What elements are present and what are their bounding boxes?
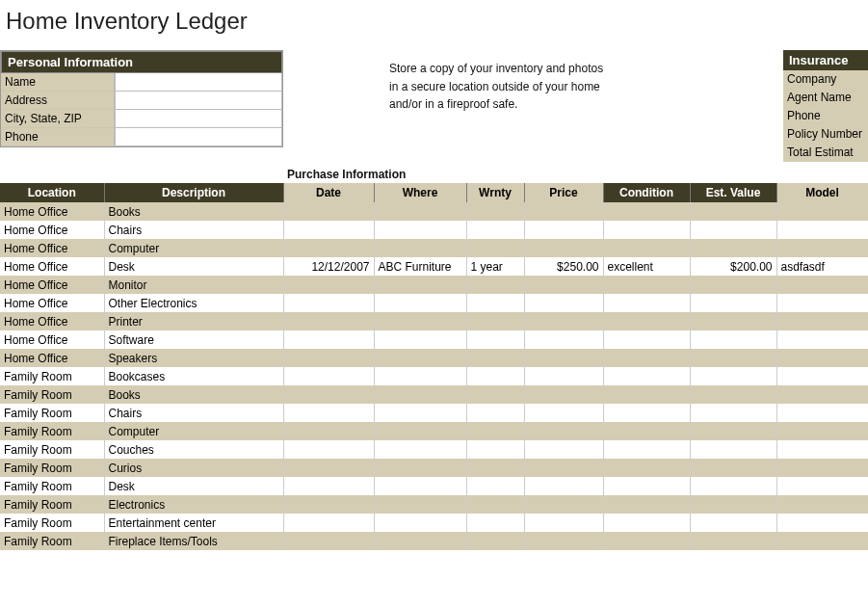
cell-description[interactable]: Fireplace Items/Tools	[104, 532, 283, 550]
cell-date[interactable]	[283, 440, 374, 459]
cell-wrnty[interactable]	[466, 239, 524, 257]
cell-condition[interactable]	[603, 349, 690, 367]
cell-condition[interactable]	[603, 330, 690, 349]
personal-field-name[interactable]	[115, 73, 282, 92]
cell-description[interactable]: Computer	[104, 239, 283, 257]
cell-description[interactable]: Chairs	[104, 404, 283, 422]
cell-where[interactable]	[374, 385, 466, 404]
cell-date[interactable]	[283, 349, 374, 367]
col-header-date[interactable]: Date	[283, 183, 374, 202]
cell-price[interactable]	[524, 532, 603, 550]
cell-estvalue[interactable]	[690, 349, 776, 367]
cell-condition[interactable]	[603, 367, 690, 385]
cell-wrnty[interactable]	[466, 477, 524, 495]
cell-location[interactable]: Family Room	[0, 440, 104, 459]
cell-location[interactable]: Home Office	[0, 202, 104, 221]
cell-estvalue[interactable]	[690, 532, 776, 550]
cell-condition[interactable]	[603, 404, 690, 422]
cell-condition[interactable]	[603, 422, 690, 440]
cell-model[interactable]	[776, 385, 868, 404]
cell-model[interactable]	[776, 422, 868, 440]
cell-where[interactable]	[374, 495, 466, 514]
cell-wrnty[interactable]	[466, 495, 524, 514]
cell-description[interactable]: Curios	[104, 459, 283, 477]
cell-condition[interactable]	[603, 514, 690, 532]
cell-wrnty[interactable]	[466, 349, 524, 367]
cell-where[interactable]: ABC Furniture	[374, 257, 466, 276]
cell-wrnty[interactable]	[466, 367, 524, 385]
personal-field-csz[interactable]	[115, 110, 282, 128]
cell-model[interactable]	[776, 477, 868, 495]
cell-wrnty[interactable]	[466, 202, 524, 221]
cell-price[interactable]	[524, 349, 603, 367]
cell-estvalue[interactable]	[690, 367, 776, 385]
cell-wrnty[interactable]	[466, 312, 524, 330]
cell-date[interactable]	[283, 239, 374, 257]
cell-model[interactable]	[776, 276, 868, 294]
cell-wrnty[interactable]	[466, 532, 524, 550]
cell-estvalue[interactable]	[690, 495, 776, 514]
cell-description[interactable]: Entertainment center	[104, 514, 283, 532]
cell-where[interactable]	[374, 330, 466, 349]
cell-price[interactable]	[524, 330, 603, 349]
cell-description[interactable]: Couches	[104, 440, 283, 459]
cell-description[interactable]: Chairs	[104, 221, 283, 239]
cell-description[interactable]: Software	[104, 330, 283, 349]
cell-price[interactable]	[524, 312, 603, 330]
cell-wrnty[interactable]: 1 year	[466, 257, 524, 276]
cell-model[interactable]	[776, 312, 868, 330]
cell-estvalue[interactable]	[690, 221, 776, 239]
cell-model[interactable]	[776, 514, 868, 532]
personal-field-phone[interactable]	[115, 128, 282, 146]
cell-price[interactable]	[524, 276, 603, 294]
cell-price[interactable]	[524, 422, 603, 440]
cell-where[interactable]	[374, 202, 466, 221]
cell-date[interactable]	[283, 276, 374, 294]
cell-estvalue[interactable]	[690, 239, 776, 257]
cell-condition[interactable]	[603, 477, 690, 495]
cell-where[interactable]	[374, 404, 466, 422]
cell-date[interactable]	[283, 330, 374, 349]
cell-where[interactable]	[374, 440, 466, 459]
cell-estvalue[interactable]	[690, 202, 776, 221]
cell-where[interactable]	[374, 532, 466, 550]
cell-location[interactable]: Family Room	[0, 477, 104, 495]
cell-wrnty[interactable]	[466, 514, 524, 532]
cell-location[interactable]: Family Room	[0, 404, 104, 422]
col-header-estvalue[interactable]: Est. Value	[690, 183, 776, 202]
cell-location[interactable]: Family Room	[0, 532, 104, 550]
cell-where[interactable]	[374, 349, 466, 367]
cell-model[interactable]	[776, 330, 868, 349]
cell-model[interactable]	[776, 459, 868, 477]
col-header-location[interactable]: Location	[0, 183, 104, 202]
cell-condition[interactable]	[603, 202, 690, 221]
cell-location[interactable]: Family Room	[0, 514, 104, 532]
cell-model[interactable]	[776, 404, 868, 422]
cell-estvalue[interactable]	[690, 477, 776, 495]
cell-condition[interactable]	[603, 532, 690, 550]
cell-model[interactable]	[776, 221, 868, 239]
cell-model[interactable]	[776, 294, 868, 312]
cell-date[interactable]	[283, 385, 374, 404]
cell-model[interactable]	[776, 349, 868, 367]
cell-price[interactable]	[524, 440, 603, 459]
cell-estvalue[interactable]: $200.00	[690, 257, 776, 276]
cell-model[interactable]	[776, 239, 868, 257]
cell-model[interactable]	[776, 440, 868, 459]
cell-date[interactable]	[283, 367, 374, 385]
cell-date[interactable]	[283, 202, 374, 221]
cell-date[interactable]	[283, 477, 374, 495]
cell-model[interactable]	[776, 495, 868, 514]
cell-wrnty[interactable]	[466, 422, 524, 440]
cell-where[interactable]	[374, 514, 466, 532]
cell-date[interactable]	[283, 422, 374, 440]
cell-price[interactable]	[524, 202, 603, 221]
cell-wrnty[interactable]	[466, 221, 524, 239]
cell-location[interactable]: Family Room	[0, 385, 104, 404]
cell-condition[interactable]	[603, 221, 690, 239]
cell-description[interactable]: Desk	[104, 257, 283, 276]
cell-wrnty[interactable]	[466, 459, 524, 477]
cell-condition[interactable]	[603, 276, 690, 294]
col-header-price[interactable]: Price	[524, 183, 603, 202]
cell-estvalue[interactable]	[690, 385, 776, 404]
